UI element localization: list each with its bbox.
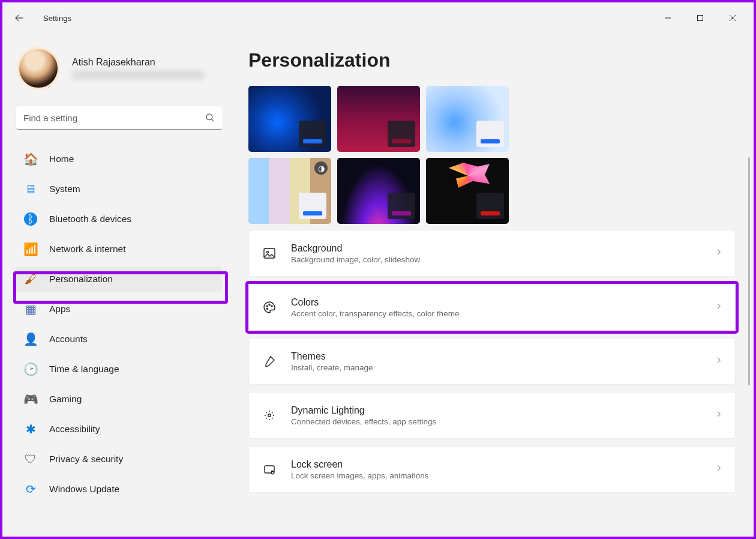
svg-rect-2 [264,248,275,258]
sidebar-item-label: Personalization [49,274,113,285]
theme-accent-bar [481,211,500,215]
sidebar-item-accounts[interactable]: 👤Accounts [16,327,222,352]
sidebar-item-accessibility[interactable]: ✱Accessibility [16,417,222,442]
chevron-right-icon [715,410,723,421]
sidebar-item-home[interactable]: 🏠Home [16,146,222,172]
card-subtitle: Accent color, transparency effects, colo… [291,309,715,318]
theme-thumbnail[interactable] [337,86,420,152]
apps-icon: ▦ [24,303,37,316]
card-colors[interactable]: ColorsAccent color, transparency effects… [248,284,736,331]
search-box[interactable] [16,106,223,130]
svg-point-1 [206,114,212,120]
sidebar-item-system[interactable]: 🖥System [16,176,222,202]
sidebar-item-apps[interactable]: ▦Apps [16,297,222,322]
theme-grid: ◑ [248,86,736,224]
back-button[interactable] [7,6,31,30]
chevron-right-icon [715,464,723,475]
chevron-right-icon [715,302,723,313]
search-icon [205,112,215,123]
sidebar: Atish Rajasekharan 🏠Home🖥SystemᛒBluetoot… [2,34,230,537]
card-themes[interactable]: ThemesInstall, create, manage [248,338,736,385]
card-title: Themes [291,351,715,362]
avatar [17,47,60,90]
page-title: Personalization [248,49,736,71]
chevron-right-icon [715,248,723,259]
personalization-icon: 🖌 [24,273,37,286]
theme-thumbnail[interactable]: ◑ [248,158,331,224]
theme-taskbar-preview [388,193,415,219]
theme-accent-bar [392,211,411,215]
sidebar-item-label: Home [49,154,74,164]
sidebar-item-network-internet[interactable]: 📶Network & internet [16,236,222,262]
maximize-button[interactable] [684,6,716,30]
windows-update-icon: ⟳ [24,483,37,496]
sidebar-item-personalization[interactable]: 🖌Personalization [16,266,222,292]
search-input[interactable] [23,113,205,123]
maximize-icon [697,14,704,22]
card-title: Dynamic Lighting [291,405,715,416]
sidebar-item-time-language[interactable]: 🕑Time & language [16,357,222,382]
theme-accent-bar [303,139,322,143]
theme-taskbar-preview [299,193,326,219]
palette-icon [261,299,278,316]
sidebar-item-label: Windows Update [49,484,119,495]
card-dynamic-lighting[interactable]: Dynamic LightingConnected devices, effec… [248,392,736,439]
user-name: Atish Rajasekharan [72,57,204,68]
main-content: Personalization ◑ BackgroundBackground i… [230,34,754,537]
card-subtitle: Lock screen images, apps, animations [291,471,715,480]
theme-taskbar-preview [476,121,504,147]
card-title: Lock screen [291,459,715,470]
sidebar-item-gaming[interactable]: 🎮Gaming [16,387,222,412]
bluetooth-devices-icon: ᛒ [24,212,37,226]
scrollbar[interactable] [748,157,750,385]
theme-thumbnail[interactable] [426,86,509,152]
card-lock-screen[interactable]: Lock screenLock screen images, apps, ani… [248,446,736,493]
titlebar: Settings [2,2,754,34]
theme-taskbar-preview [388,121,415,147]
sidebar-item-label: Bluetooth & devices [49,214,131,224]
gaming-icon: 🎮 [24,393,37,406]
annotation-highlight-card: ColorsAccent color, transparency effects… [245,281,739,334]
sidebar-item-label: Apps [49,304,70,315]
sidebar-item-label: System [49,184,80,194]
settings-cards: BackgroundBackground image, color, slide… [248,230,736,493]
theme-thumbnail[interactable] [248,86,331,152]
lock-icon [261,461,278,478]
nav-list: 🏠Home🖥SystemᛒBluetooth & devices📶Network… [16,146,222,502]
sidebar-item-windows-update[interactable]: ⟳Windows Update [16,477,222,502]
svg-rect-0 [698,16,703,21]
privacy-security-icon: 🛡 [24,453,37,466]
card-subtitle: Connected devices, effects, app settings [291,417,715,426]
theme-accent-bar [392,139,411,143]
close-icon [729,14,736,22]
image-icon [261,245,278,262]
svg-point-7 [267,309,268,310]
theme-taskbar-preview [299,121,326,147]
window-controls [652,6,749,30]
accessibility-icon: ✱ [24,423,37,436]
card-background[interactable]: BackgroundBackground image, color, slide… [248,230,736,277]
user-block[interactable]: Atish Rajasekharan [16,47,222,90]
svg-point-8 [268,414,271,417]
sparkle-icon [261,407,278,424]
accounts-icon: 👤 [24,333,37,346]
theme-taskbar-preview [476,193,504,219]
sidebar-item-bluetooth-devices[interactable]: ᛒBluetooth & devices [16,206,222,232]
sidebar-item-label: Time & language [49,364,119,375]
minimize-button[interactable] [652,6,684,30]
card-title: Colors [291,297,715,308]
brush-icon [261,353,278,370]
card-subtitle: Background image, color, slideshow [291,255,715,264]
svg-point-5 [269,304,270,306]
svg-point-4 [266,306,268,307]
home-icon: 🏠 [24,152,37,166]
theme-accent-bar [481,139,500,143]
theme-thumbnail[interactable] [337,158,420,224]
theme-thumbnail[interactable] [426,158,509,224]
user-email-blurred [72,70,204,80]
sidebar-item-privacy-security[interactable]: 🛡Privacy & security [16,447,222,472]
card-subtitle: Install, create, manage [291,363,715,372]
window-title: Settings [43,14,71,23]
sidebar-item-label: Gaming [49,394,82,405]
close-button[interactable] [716,6,749,30]
